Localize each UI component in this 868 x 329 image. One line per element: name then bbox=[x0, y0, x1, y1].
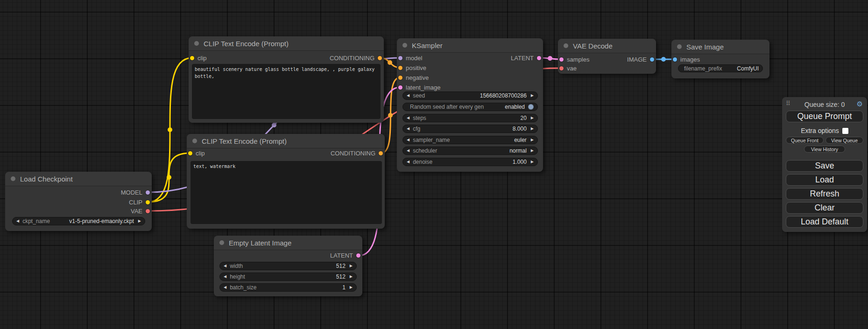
collapse-dot-icon[interactable] bbox=[219, 240, 224, 245]
images-input-dot[interactable] bbox=[673, 57, 677, 62]
slot-label: negative bbox=[406, 74, 429, 81]
arrow-right-icon[interactable]: ▶ bbox=[531, 116, 534, 120]
conditioning-output-dot[interactable] bbox=[378, 56, 382, 60]
arrow-left-icon[interactable]: ◀ bbox=[407, 94, 409, 98]
model-output-dot[interactable] bbox=[146, 190, 150, 195]
node-load-checkpoint[interactable]: Load Checkpoint MODEL CLIP VAE ◀ ckpt_na… bbox=[5, 172, 152, 231]
arrow-left-icon[interactable]: ◀ bbox=[224, 275, 226, 279]
node-ksampler[interactable]: KSampler model positive negative latent_… bbox=[397, 38, 543, 172]
collapse-dot-icon[interactable] bbox=[677, 44, 682, 49]
steps-number-widget[interactable]: ◀ steps 20 ▶ bbox=[402, 114, 538, 122]
widget-value: 8.000 bbox=[513, 126, 527, 132]
widget-value: 512 bbox=[336, 273, 346, 280]
slot-label: images bbox=[680, 56, 700, 63]
arrow-left-icon[interactable]: ◀ bbox=[407, 138, 409, 142]
node-title-bar: CLIP Text Encode (Prompt) bbox=[189, 36, 384, 51]
latent-output-dot[interactable] bbox=[356, 253, 360, 258]
ckpt-name-combo[interactable]: ◀ ckpt_name v1-5-pruned-emaonly.ckpt ▶ bbox=[12, 217, 145, 225]
negative-input-dot[interactable] bbox=[398, 76, 402, 80]
denoise-number-widget[interactable]: ◀ denoise 1.000 ▶ bbox=[402, 158, 538, 166]
model-input-dot[interactable] bbox=[398, 56, 402, 60]
node-vae-decode[interactable]: VAE Decode samples vae IMAGE bbox=[558, 39, 656, 74]
arrow-right-icon[interactable]: ▶ bbox=[138, 219, 141, 223]
arrow-right-icon[interactable]: ▶ bbox=[350, 275, 353, 279]
arrow-left-icon[interactable]: ◀ bbox=[224, 264, 226, 268]
arrow-right-icon[interactable]: ▶ bbox=[531, 94, 534, 98]
widget-label: Random seed after every gen bbox=[410, 104, 484, 110]
arrow-left-icon[interactable]: ◀ bbox=[407, 127, 409, 131]
input-slot-vae: vae bbox=[559, 63, 577, 73]
widget-label: filename_prefix bbox=[684, 65, 722, 72]
node-graph-canvas[interactable]: Load Checkpoint MODEL CLIP VAE ◀ ckpt_na… bbox=[0, 0, 868, 329]
clip-output-dot[interactable] bbox=[146, 200, 150, 204]
image-output-dot[interactable] bbox=[650, 57, 654, 62]
arrow-left-icon[interactable]: ◀ bbox=[407, 116, 409, 120]
slot-label: LATENT bbox=[511, 55, 534, 62]
save-button[interactable]: Save bbox=[786, 160, 863, 172]
vae-output-dot[interactable] bbox=[146, 209, 150, 213]
batch-size-number-widget[interactable]: ◀ batch_size 1 ▶ bbox=[219, 283, 357, 292]
link-dot bbox=[388, 113, 393, 118]
collapse-dot-icon[interactable] bbox=[192, 139, 197, 143]
sampler-name-combo[interactable]: ◀ sampler_name euler ▶ bbox=[402, 136, 538, 144]
arrow-right-icon[interactable]: ▶ bbox=[350, 286, 353, 289]
clip-input-dot[interactable] bbox=[188, 151, 192, 155]
prompt-text-input[interactable]: text, watermark bbox=[191, 161, 382, 224]
queue-prompt-button[interactable]: Queue Prompt bbox=[786, 111, 863, 122]
output-slot-latent: LATENT bbox=[330, 251, 360, 260]
collapse-dot-icon[interactable] bbox=[402, 43, 407, 48]
toggle-knob-icon[interactable] bbox=[528, 104, 534, 110]
conditioning-output-dot[interactable] bbox=[379, 151, 383, 155]
collapse-dot-icon[interactable] bbox=[11, 176, 15, 181]
cfg-number-widget[interactable]: ◀ cfg 8.000 ▶ bbox=[402, 125, 538, 133]
collapse-dot-icon[interactable] bbox=[194, 41, 199, 46]
node-title-bar: Empty Latent Image bbox=[214, 236, 362, 250]
widget-value: 1.000 bbox=[513, 159, 527, 165]
arrow-left-icon[interactable]: ◀ bbox=[407, 160, 409, 164]
slot-label: IMAGE bbox=[627, 56, 647, 63]
filename-prefix-widget[interactable]: filename_prefix ComfyUI bbox=[678, 64, 763, 72]
latent-input-dot[interactable] bbox=[398, 85, 402, 90]
vae-input-dot[interactable] bbox=[559, 66, 564, 70]
view-queue-button[interactable]: View Queue bbox=[826, 137, 863, 144]
arrow-left-icon[interactable]: ◀ bbox=[407, 149, 409, 153]
input-slot-latent-image: latent_image bbox=[398, 83, 440, 92]
input-slot-negative: negative bbox=[398, 73, 429, 82]
latent-output-dot[interactable] bbox=[537, 56, 541, 60]
arrow-right-icon[interactable]: ▶ bbox=[531, 138, 534, 142]
extra-options-checkbox[interactable] bbox=[842, 128, 848, 134]
widget-value: 20 bbox=[520, 115, 526, 121]
samples-input-dot[interactable] bbox=[559, 57, 564, 62]
prompt-text-input[interactable]: beautiful scenery nature glass bottle la… bbox=[192, 64, 381, 119]
node-empty-latent-image[interactable]: Empty Latent Image LATENT ◀ width 512 ▶ … bbox=[214, 236, 362, 296]
node-clip-text-encode-negative[interactable]: CLIP Text Encode (Prompt) clip CONDITION… bbox=[187, 134, 385, 229]
clip-input-dot[interactable] bbox=[190, 56, 194, 60]
arrow-right-icon[interactable]: ▶ bbox=[531, 160, 534, 164]
arrow-right-icon[interactable]: ▶ bbox=[350, 264, 353, 268]
load-button[interactable]: Load bbox=[786, 174, 863, 186]
width-number-widget[interactable]: ◀ width 512 ▶ bbox=[219, 262, 357, 270]
widget-label: cfg bbox=[413, 126, 420, 132]
widget-value: v1-5-pruned-emaonly.ckpt bbox=[69, 218, 134, 224]
arrow-left-icon[interactable]: ◀ bbox=[16, 219, 19, 223]
height-number-widget[interactable]: ◀ height 512 ▶ bbox=[219, 273, 357, 281]
node-title: VAE Decode bbox=[573, 42, 613, 50]
random-seed-toggle-widget[interactable]: Random seed after every gen enabled bbox=[402, 103, 538, 111]
arrow-right-icon[interactable]: ▶ bbox=[531, 149, 534, 153]
refresh-button[interactable]: Refresh bbox=[786, 188, 863, 200]
clear-button[interactable]: Clear bbox=[786, 202, 863, 214]
queue-front-button[interactable]: Queue Front bbox=[786, 137, 824, 144]
slot-label: MODEL bbox=[121, 189, 142, 196]
seed-number-widget[interactable]: ◀ seed 156680208700286 ▶ bbox=[402, 91, 538, 100]
collapse-dot-icon[interactable] bbox=[564, 43, 568, 48]
load-default-button[interactable]: Load Default bbox=[786, 216, 863, 228]
extra-options-label: Extra options bbox=[801, 127, 839, 134]
arrow-right-icon[interactable]: ▶ bbox=[531, 127, 534, 131]
scheduler-combo[interactable]: ◀ scheduler normal ▶ bbox=[402, 147, 538, 155]
node-save-image[interactable]: Save Image images filename_prefix ComfyU… bbox=[671, 40, 769, 78]
positive-input-dot[interactable] bbox=[398, 66, 402, 70]
settings-gear-icon[interactable]: ⚙ bbox=[857, 100, 863, 108]
node-clip-text-encode-positive[interactable]: CLIP Text Encode (Prompt) clip CONDITION… bbox=[189, 36, 384, 123]
view-history-button[interactable]: View History bbox=[804, 146, 845, 153]
arrow-left-icon[interactable]: ◀ bbox=[224, 286, 226, 289]
